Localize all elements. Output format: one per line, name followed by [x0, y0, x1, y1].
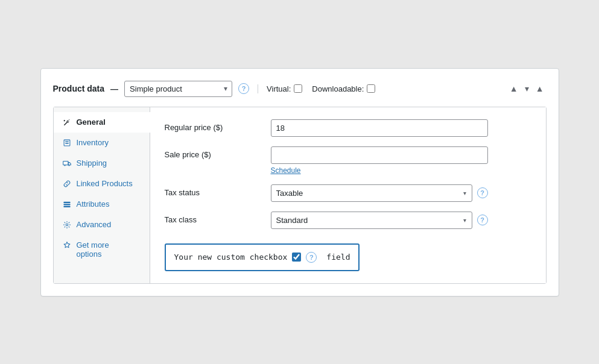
product-type-wrapper[interactable]: Simple product Grouped product External/… [124, 81, 232, 97]
gear-icon [62, 220, 72, 230]
expand-button[interactable]: ▲ [533, 83, 547, 95]
sale-price-row: Sale price ($) Schedule [165, 146, 531, 175]
virtual-downloadable-group: Virtual: Downloadable: [258, 84, 375, 93]
content-area: General Inventory [53, 107, 547, 284]
sidebar: General Inventory [54, 107, 150, 283]
custom-field-text: Your new custom checkbox [174, 253, 288, 262]
svg-rect-8 [63, 206, 70, 207]
tax-class-select[interactable]: Standard Reduced rate Zero rate [271, 212, 472, 229]
sidebar-item-attributes[interactable]: Attributes [54, 194, 150, 215]
sidebar-item-get-more-options[interactable]: Get moreoptions [54, 235, 150, 264]
custom-checkbox[interactable] [292, 253, 301, 262]
collapse-down-button[interactable]: ▾ [522, 83, 531, 95]
tax-class-help-icon[interactable]: ? [477, 215, 488, 225]
header-controls: ▲ ▾ ▲ [507, 83, 547, 95]
product-data-title: Product data [53, 84, 105, 93]
sale-price-label: Sale price ($) [165, 146, 261, 159]
tax-status-row: Tax status Taxable Shipping only None ▾ … [165, 184, 531, 202]
svg-rect-7 [63, 204, 70, 205]
sidebar-item-inventory[interactable]: Inventory [54, 133, 150, 153]
sidebar-item-general[interactable]: General [54, 112, 150, 133]
tax-status-help-icon[interactable]: ? [477, 187, 488, 198]
downloadable-label[interactable]: Downloadable: [312, 84, 375, 93]
sidebar-attributes-label: Attributes [77, 199, 110, 209]
svg-point-5 [68, 165, 69, 166]
product-data-header: Product data — Simple product Grouped pr… [53, 81, 547, 97]
svg-rect-3 [63, 161, 68, 165]
wrench-icon [62, 118, 72, 127]
svg-rect-2 [65, 143, 69, 143]
help-icon[interactable]: ? [238, 83, 249, 94]
regular-price-row: Regular price ($) [165, 119, 531, 137]
sidebar-inventory-label: Inventory [77, 138, 109, 147]
regular-price-label: Regular price ($) [165, 119, 261, 132]
collapse-up-button[interactable]: ▲ [507, 83, 521, 95]
svg-point-9 [66, 224, 68, 226]
tax-class-label: Tax class [165, 212, 261, 224]
sale-price-input-area: Schedule [271, 146, 531, 175]
link-icon [62, 179, 72, 189]
downloadable-checkbox[interactable] [367, 84, 375, 93]
tax-class-select-wrapper: Standard Reduced rate Zero rate ▾ ? [271, 212, 488, 229]
custom-field-label: field [326, 253, 350, 262]
regular-price-input[interactable] [271, 119, 488, 137]
product-type-select[interactable]: Simple product Grouped product External/… [124, 81, 232, 97]
sidebar-item-shipping[interactable]: Shipping [54, 153, 150, 174]
sidebar-shipping-label: Shipping [77, 158, 107, 168]
virtual-checkbox[interactable] [294, 84, 302, 93]
sidebar-general-label: General [77, 118, 106, 127]
sale-price-input[interactable] [271, 146, 488, 164]
tax-class-input-area: Standard Reduced rate Zero rate ▾ ? [271, 212, 531, 229]
sidebar-item-linked-products[interactable]: Linked Products [54, 174, 150, 194]
header-dash: — [110, 84, 118, 93]
tax-status-label: Tax status [165, 184, 261, 197]
tax-status-select-wrapper: Taxable Shipping only None ▾ ? [271, 184, 488, 202]
truck-icon [62, 158, 72, 168]
sidebar-item-advanced[interactable]: Advanced [54, 215, 150, 235]
tax-class-row: Tax class Standard Reduced rate Zero rat… [165, 212, 531, 229]
product-data-card: Product data — Simple product Grouped pr… [40, 68, 559, 297]
sidebar-advanced-label: Advanced [77, 220, 112, 229]
list-icon [62, 199, 72, 209]
tax-status-input-area: Taxable Shipping only None ▾ ? [271, 184, 531, 202]
box-icon [62, 138, 72, 148]
sidebar-get-more-options-label: Get moreoptions [77, 240, 109, 259]
star-icon [62, 240, 72, 250]
tax-status-select[interactable]: Taxable Shipping only None [271, 184, 472, 202]
svg-rect-1 [65, 141, 69, 142]
sidebar-linked-products-label: Linked Products [77, 179, 133, 188]
schedule-link[interactable]: Schedule [271, 166, 531, 175]
svg-rect-6 [63, 201, 70, 202]
regular-price-input-area [271, 119, 531, 137]
custom-field-help-icon[interactable]: ? [306, 252, 317, 263]
custom-field-box: Your new custom checkbox ? field [165, 243, 360, 271]
svg-point-4 [64, 165, 65, 166]
virtual-label[interactable]: Virtual: [267, 84, 302, 93]
main-content: Regular price ($) Sale price ($) Schedul… [150, 107, 546, 283]
